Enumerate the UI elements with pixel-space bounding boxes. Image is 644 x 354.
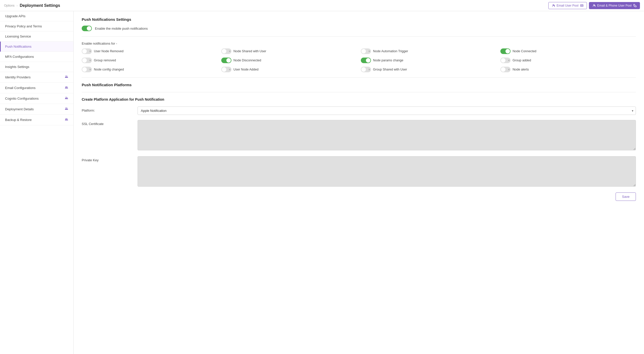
ssl-label: SSL Certificate	[82, 120, 138, 126]
email-phone-pool-icon	[592, 4, 596, 7]
top-bar-right: Email User Pool Email & Phone User Pool	[548, 2, 640, 9]
notif-toggle-node-automation[interactable]: ✕	[361, 48, 371, 54]
notif-toggle-node-shared-user[interactable]: ✕	[221, 48, 231, 54]
sidebar-item-privacy-policy[interactable]: Privacy Policy and Terms	[0, 21, 73, 31]
private-key-textarea[interactable]	[138, 156, 636, 187]
enable-mobile-toggle[interactable]	[82, 26, 92, 31]
sidebar-item-deployment[interactable]: Deployment Details	[0, 104, 73, 115]
svg-point-0	[553, 4, 554, 5]
enable-mobile-label: Enable the mobile push notifications	[95, 27, 148, 30]
notif-label-node-connected: Node Connected	[513, 49, 536, 53]
private-key-row: Private Key	[82, 156, 636, 187]
platform-select-wrapper: Apple Notification Google FCM ▾	[138, 107, 636, 115]
private-key-control	[138, 156, 636, 187]
notif-item-node-disconnected: Node Disconnected	[221, 58, 357, 63]
notif-toggle-node-alerts[interactable]: ✕	[500, 67, 511, 72]
sidebar-item-label-backup: Backup & Restore	[5, 118, 32, 122]
platform-select[interactable]: Apple Notification Google FCM	[138, 107, 636, 115]
sidebar-item-label-deployment: Deployment Details	[5, 107, 34, 111]
notif-item-node-automation: ✕Node Automation Trigger	[361, 48, 496, 54]
notif-item-node-config-changed: ✕Node config changed	[82, 67, 217, 72]
sidebar-item-label-privacy-policy: Privacy Policy and Terms	[5, 24, 42, 28]
svg-point-3	[593, 4, 594, 5]
sidebar-item-cognito[interactable]: Cognito Configurations	[0, 93, 73, 104]
platform-control: Apple Notification Google FCM ▾	[138, 107, 636, 115]
notif-toggle-node-disconnected[interactable]	[221, 58, 231, 63]
notifications-grid: ✕User Node Removed✕Node Shared with User…	[82, 48, 636, 72]
person-group-icon	[65, 118, 68, 122]
sidebar-item-licensing[interactable]: Licensing Service	[0, 31, 73, 42]
person-group-icon	[65, 86, 68, 90]
svg-point-13	[66, 118, 67, 119]
sidebar-item-label-cognito: Cognito Configurations	[5, 97, 39, 100]
sidebar-item-label-identity: Identity Providers	[5, 75, 30, 79]
notif-toggle-node-params-change[interactable]	[361, 58, 371, 63]
email-phone-pool-button[interactable]: Email & Phone User Pool	[589, 2, 640, 9]
notif-item-node-connected: Node Connected	[500, 48, 636, 54]
sidebar-item-upgrade-apis[interactable]: Upgrade APIs	[0, 11, 73, 21]
notif-label-node-automation: Node Automation Trigger	[373, 49, 408, 53]
notif-toggle-group-added[interactable]: ✕	[500, 58, 511, 63]
sidebar-item-label-email-config: Email Configurations	[5, 86, 36, 90]
platform-row: Platform: Apple Notification Google FCM …	[82, 107, 636, 115]
sidebar-item-label-mfa: MFA Configurations	[5, 55, 34, 59]
person-group-icon	[65, 107, 68, 111]
sidebar-item-push-notifications[interactable]: Push Notifications	[0, 42, 73, 52]
notif-label-group-shared-user: Group Shared with User	[373, 68, 407, 71]
notif-item-group-added: ✕Group added	[500, 58, 636, 63]
platform-label: Platform:	[82, 107, 138, 112]
save-row: Save	[82, 192, 636, 201]
top-bar-left: Options › Deployment Settings	[4, 3, 60, 8]
notif-item-user-node-added: ✕User Node Added	[221, 67, 357, 72]
notif-label-node-config-changed: Node config changed	[94, 68, 124, 71]
notif-label-user-node-removed: User Node Removed	[94, 49, 124, 53]
top-bar: Options › Deployment Settings Email User…	[0, 0, 644, 11]
notif-label-node-params-change: Node params change	[373, 59, 403, 62]
svg-point-5	[66, 76, 67, 77]
svg-point-7	[66, 86, 67, 87]
private-key-label: Private Key	[82, 156, 138, 162]
notif-label-node-alerts: Node alerts	[513, 68, 529, 71]
enable-notif-for-label: Enable notifications for -	[82, 42, 636, 45]
phone-icon	[633, 4, 637, 7]
svg-point-14	[67, 118, 67, 119]
ssl-textarea[interactable]	[138, 120, 636, 150]
sidebar-item-mfa[interactable]: MFA Configurations	[0, 52, 73, 62]
ssl-cert-row: SSL Certificate	[82, 120, 636, 151]
sidebar-item-email-config[interactable]: Email Configurations	[0, 83, 73, 93]
svg-point-9	[66, 97, 67, 98]
notif-label-group-removed: Group removed	[94, 59, 116, 62]
sidebar-item-insights[interactable]: Insights Settings	[0, 62, 73, 72]
notif-toggle-user-node-removed[interactable]: ✕	[82, 48, 92, 54]
sidebar-item-label-upgrade-apis: Upgrade APIs	[5, 14, 25, 18]
notif-toggle-group-removed[interactable]: ✕	[82, 58, 92, 63]
notif-toggle-node-connected[interactable]	[500, 48, 511, 54]
email-pool-button[interactable]: Email User Pool	[548, 2, 587, 9]
notif-label-user-node-added: User Node Added	[233, 68, 259, 71]
page-title: Deployment Settings	[20, 3, 60, 8]
ssl-control	[138, 120, 636, 151]
sidebar-item-label-licensing: Licensing Service	[5, 34, 31, 38]
svg-point-12	[67, 108, 67, 109]
svg-point-4	[595, 5, 595, 6]
create-platform-title: Create Platform Application for Push Not…	[82, 97, 636, 101]
svg-point-11	[66, 108, 67, 109]
save-button[interactable]: Save	[616, 192, 636, 201]
notif-item-node-params-change: Node params change	[361, 58, 496, 63]
notif-toggle-group-shared-user[interactable]: ✕	[361, 67, 371, 72]
svg-point-1	[554, 5, 555, 6]
main-content: Push Notifications Settings Enable the m…	[74, 11, 644, 354]
notif-toggle-node-config-changed[interactable]: ✕	[82, 67, 92, 72]
enable-mobile-row: Enable the mobile push notifications	[82, 26, 636, 31]
notif-label-node-shared-user: Node Shared with User	[233, 49, 266, 53]
notif-toggle-user-node-added[interactable]: ✕	[221, 67, 231, 72]
notif-label-node-disconnected: Node Disconnected	[233, 59, 261, 62]
sidebar-item-label-push-notifications: Push Notifications	[5, 45, 31, 48]
notif-item-node-shared-user: ✕Node Shared with User	[221, 48, 357, 54]
notif-label-group-added: Group added	[513, 59, 531, 62]
notif-item-node-alerts: ✕Node alerts	[500, 67, 636, 72]
sidebar-item-identity[interactable]: Identity Providers	[0, 72, 73, 83]
notif-item-group-shared-user: ✕Group Shared with User	[361, 67, 496, 72]
sidebar-item-backup[interactable]: Backup & Restore	[0, 115, 73, 125]
sidebar-item-label-insights: Insights Settings	[5, 65, 29, 69]
